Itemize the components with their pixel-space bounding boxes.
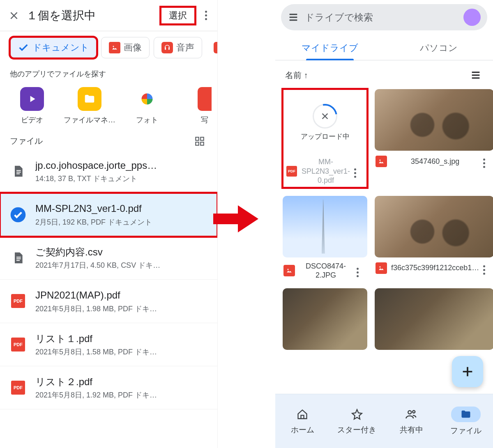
filter-chip-label: 音声 bbox=[176, 41, 194, 54]
file-name: JPN2021(MAP).pdf bbox=[35, 289, 182, 302]
filter-chip-document[interactable]: ドキュメント bbox=[10, 37, 97, 58]
account-avatar[interactable] bbox=[463, 9, 481, 26]
nav-home[interactable]: ホーム bbox=[275, 394, 330, 448]
nav-label: ホーム bbox=[291, 425, 314, 435]
file-name: リスト１.pdf bbox=[35, 332, 182, 345]
tile-menu-button[interactable] bbox=[357, 264, 367, 277]
app-photos[interactable]: フォト bbox=[118, 87, 176, 125]
tile-uploading[interactable]: アップロード中 PDF MM-SPL2N3_ver1-0.pdf bbox=[283, 89, 367, 188]
nav-label: ファイル bbox=[450, 425, 481, 436]
app-label: 写 bbox=[201, 115, 208, 125]
file-meta: 2月5日, 192 KB, PDF ドキュメント bbox=[35, 217, 182, 227]
filter-chip-audio[interactable]: 音声 bbox=[154, 37, 202, 58]
file-name: リスト２.pdf bbox=[35, 375, 182, 388]
svg-point-9 bbox=[408, 411, 412, 414]
image-thumb bbox=[375, 89, 493, 151]
tile-item[interactable] bbox=[375, 288, 493, 350]
image-icon bbox=[376, 156, 387, 167]
tile-item[interactable]: f36c375c399f1212cceb1… bbox=[375, 196, 493, 280]
expand-icon[interactable] bbox=[191, 293, 207, 309]
nav-label: 共有中 bbox=[400, 425, 423, 435]
expand-icon[interactable] bbox=[191, 250, 207, 266]
headphones-icon bbox=[161, 42, 173, 53]
folder-icon bbox=[451, 407, 481, 422]
cancel-upload-button[interactable] bbox=[313, 104, 337, 129]
tile-item[interactable]: DSCO8474-2.JPG bbox=[283, 196, 367, 280]
file-meta: 14:18, 37 B, TXT ドキュメント bbox=[35, 174, 182, 184]
svg-rect-4 bbox=[200, 142, 204, 145]
app-label: フォト bbox=[136, 115, 158, 125]
sort-label[interactable]: 名前 ↑ bbox=[285, 70, 308, 81]
svg-point-10 bbox=[413, 410, 415, 413]
bottom-nav: ホーム スター付き 共有中 ファイル bbox=[275, 394, 493, 448]
plus-icon bbox=[461, 365, 475, 379]
tile-name: DSCO8474-2.JPG bbox=[299, 262, 352, 280]
image-icon bbox=[283, 265, 295, 276]
tile-menu-button[interactable] bbox=[483, 262, 493, 275]
tab-computer[interactable]: パソコン bbox=[384, 34, 493, 60]
folder-icon bbox=[78, 87, 101, 111]
app-icon bbox=[214, 42, 217, 53]
drive-top-bar: ドライブで検索 bbox=[275, 0, 493, 34]
pdf-icon: PDF bbox=[10, 293, 26, 309]
files-section-header: ファイル bbox=[0, 125, 217, 150]
tile-item[interactable]: 3547460_s.jpg bbox=[375, 89, 493, 188]
tile-menu-button[interactable] bbox=[483, 155, 493, 168]
app-file-manager[interactable]: ファイルマネ… bbox=[61, 87, 118, 125]
file-meta: 2021年5月8日, 1.92 MB, PDF ドキ… bbox=[35, 390, 182, 400]
file-row[interactable]: PDF JPN2021(MAP).pdf2021年5月8日, 1.98 MB, … bbox=[0, 280, 217, 323]
pdf-icon: PDF bbox=[10, 379, 26, 396]
tile-item[interactable] bbox=[283, 288, 367, 350]
file-row[interactable]: jp.co.johospace.jorte_pps…14:18, 37 B, T… bbox=[0, 150, 217, 193]
tile-menu-button[interactable] bbox=[354, 165, 365, 178]
image-thumb bbox=[375, 288, 493, 350]
app-icon bbox=[198, 87, 212, 111]
check-icon bbox=[18, 42, 29, 53]
tab-my-drive[interactable]: マイドライブ bbox=[275, 34, 384, 60]
expand-icon[interactable] bbox=[191, 163, 207, 179]
file-picker-screen: １個を選択中 選択 ドキュメント 画像 音声 他のアプリでファイルを探す ビデオ… bbox=[0, 0, 218, 448]
filter-chip-label: ドキュメント bbox=[32, 41, 89, 54]
drive-screen: ドライブで検索 マイドライブ パソコン 名前 ↑ アップロード中 PDF MM-… bbox=[275, 0, 493, 448]
filter-chip-more[interactable] bbox=[206, 37, 217, 58]
file-row-selected[interactable]: MM-SPL2N3_ver1-0.pdf2月5日, 192 KB, PDF ドキ… bbox=[0, 193, 217, 236]
image-thumb bbox=[283, 196, 367, 257]
app-video[interactable]: ビデオ bbox=[3, 87, 61, 125]
nav-starred[interactable]: スター付き bbox=[330, 394, 385, 448]
image-thumb bbox=[375, 196, 493, 257]
upload-thumb: アップロード中 bbox=[285, 92, 365, 153]
file-row[interactable]: PDF リスト１.pdf2021年5月8日, 1.58 MB, PDF ドキ… bbox=[0, 323, 217, 366]
svg-point-8 bbox=[380, 266, 381, 267]
file-row[interactable]: ご契約内容.csv2021年7月17日, 4.50 KB, CSV ドキ… bbox=[0, 237, 217, 280]
search-placeholder: ドライブで検索 bbox=[305, 11, 458, 24]
filter-chip-image[interactable]: 画像 bbox=[101, 37, 150, 58]
files-label: ファイル bbox=[10, 136, 43, 147]
expand-icon[interactable] bbox=[191, 379, 207, 396]
select-button[interactable]: 選択 bbox=[161, 7, 195, 24]
tile-name: f36c375c399f1212cceb1… bbox=[391, 263, 479, 273]
expand-icon[interactable] bbox=[191, 207, 207, 223]
checked-icon bbox=[10, 207, 26, 223]
grid-view-icon[interactable] bbox=[194, 136, 205, 147]
close-button[interactable] bbox=[4, 6, 24, 25]
menu-icon[interactable] bbox=[288, 11, 299, 23]
app-photo2[interactable]: 写 bbox=[176, 87, 218, 125]
drive-tabs: マイドライブ パソコン bbox=[275, 34, 493, 60]
search-bar[interactable]: ドライブで検索 bbox=[281, 4, 487, 30]
file-row[interactable]: PDF リスト２.pdf2021年5月8日, 1.92 MB, PDF ドキ… bbox=[0, 366, 217, 409]
list-view-icon[interactable] bbox=[470, 69, 481, 81]
nav-shared[interactable]: 共有中 bbox=[384, 394, 439, 448]
close-icon bbox=[9, 10, 19, 21]
svg-point-0 bbox=[113, 46, 114, 47]
upload-label: アップロード中 bbox=[301, 132, 350, 141]
tile-name: 3547460_s.jpg bbox=[391, 157, 479, 166]
expand-icon[interactable] bbox=[191, 336, 207, 353]
overflow-menu-button[interactable] bbox=[198, 6, 213, 25]
nav-files[interactable]: ファイル bbox=[439, 394, 493, 448]
fab-new-button[interactable] bbox=[452, 356, 483, 387]
pdf-icon: PDF bbox=[10, 336, 26, 353]
app-label: ビデオ bbox=[21, 115, 43, 125]
nav-label: スター付き bbox=[337, 425, 376, 435]
sort-row: 名前 ↑ bbox=[275, 60, 493, 83]
pdf-icon: PDF bbox=[286, 165, 297, 177]
